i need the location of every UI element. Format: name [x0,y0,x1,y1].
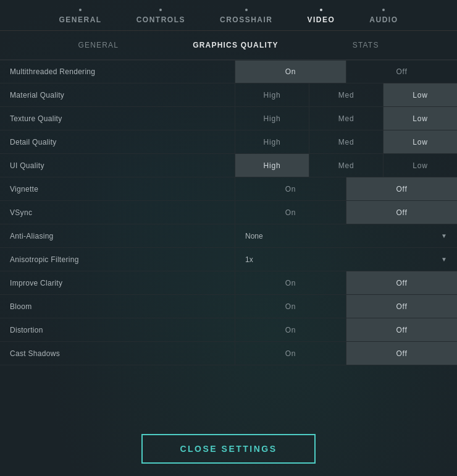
option-texture-quality-high[interactable]: High [235,107,309,130]
setting-options-bloom: OnOff [235,295,457,318]
nav-label-video: VIDEO [308,15,335,24]
option-distortion-off[interactable]: Off [346,318,457,341]
top-nav-item-crosshair[interactable]: CROSSHAIR [203,9,290,30]
sub-nav: GENERAL GRAPHICS QUALITY STATS [0,31,457,60]
setting-options-anti-aliasing: None▼ [235,224,457,247]
setting-options-improve-clarity: OnOff [235,271,457,294]
top-nav-item-controls[interactable]: CONTROLS [119,9,203,30]
dropdown-arrow-anisotropic-filtering: ▼ [441,256,447,263]
dropdown-anisotropic-filtering[interactable]: 1x▼ [235,248,457,271]
sub-nav-general[interactable]: GENERAL [41,37,156,53]
setting-options-cast-shadows: OnOff [235,342,457,365]
setting-label-distortion: Distortion [0,318,235,341]
option-vignette-off[interactable]: Off [346,177,457,200]
settings-row-cast-shadows: Cast ShadowsOnOff [0,342,457,365]
option-detail-quality-high[interactable]: High [235,130,309,153]
settings-row-ui-quality: UI QualityHighMedLow [0,154,457,177]
nav-dot-audio [382,9,385,11]
sub-nav-stats[interactable]: STATS [316,37,416,53]
option-detail-quality-low[interactable]: Low [383,130,457,153]
setting-label-vsync: VSync [0,201,235,224]
settings-row-anisotropic-filtering: Anisotropic Filtering1x▼ [0,248,457,271]
option-improve-clarity-off[interactable]: Off [346,271,457,294]
nav-label-general: GENERAL [59,15,101,24]
nav-dot-general [79,9,82,11]
setting-label-bloom: Bloom [0,295,235,318]
settings-table: Multithreaded RenderingOnOffMaterial Qua… [0,60,457,419]
dropdown-anti-aliasing[interactable]: None▼ [235,224,457,247]
settings-row-distortion: DistortionOnOff [0,318,457,342]
nav-label-crosshair: CROSSHAIR [220,15,273,24]
setting-label-cast-shadows: Cast Shadows [0,342,235,365]
option-detail-quality-med[interactable]: Med [309,130,383,153]
option-vignette-on[interactable]: On [235,177,346,200]
option-cast-shadows-off[interactable]: Off [346,342,457,365]
option-material-quality-low[interactable]: Low [383,83,457,106]
setting-label-anti-aliasing: Anti-Aliasing [0,224,235,247]
setting-options-anisotropic-filtering: 1x▼ [235,248,457,271]
option-material-quality-high[interactable]: High [235,83,309,106]
setting-options-vignette: OnOff [235,177,457,200]
close-btn-area: CLOSE SETTINGS [0,419,457,476]
nav-label-controls: CONTROLS [136,15,185,24]
settings-row-anti-aliasing: Anti-AliasingNone▼ [0,224,457,248]
option-cast-shadows-on[interactable]: On [235,342,346,365]
settings-row-bloom: BloomOnOff [0,295,457,318]
option-ui-quality-low[interactable]: Low [383,154,457,177]
setting-label-improve-clarity: Improve Clarity [0,271,235,294]
nav-dot-controls [159,9,162,11]
nav-dot-crosshair [245,9,248,11]
settings-row-vignette: VignetteOnOff [0,177,457,201]
settings-row-material-quality: Material QualityHighMedLow [0,83,457,107]
close-settings-button[interactable]: CLOSE SETTINGS [141,434,315,464]
setting-options-material-quality: HighMedLow [235,83,457,106]
option-bloom-on[interactable]: On [235,295,346,318]
dropdown-value-anti-aliasing: None [245,232,263,240]
option-texture-quality-low[interactable]: Low [383,107,457,130]
dropdown-value-anisotropic-filtering: 1x [245,255,253,264]
settings-row-detail-quality: Detail QualityHighMedLow [0,130,457,154]
settings-row-texture-quality: Texture QualityHighMedLow [0,107,457,130]
nav-dot-video [320,9,322,11]
dropdown-arrow-anti-aliasing: ▼ [441,232,447,239]
option-texture-quality-med[interactable]: Med [309,107,383,130]
setting-label-ui-quality: UI Quality [0,154,235,177]
setting-options-texture-quality: HighMedLow [235,107,457,130]
setting-label-detail-quality: Detail Quality [0,130,235,153]
top-nav-item-audio[interactable]: AUDIO [352,9,415,30]
setting-options-ui-quality: HighMedLow [235,154,457,177]
top-nav: GENERAL CONTROLS CROSSHAIR VIDEO AUDIO [0,0,457,31]
option-vsync-off[interactable]: Off [346,201,457,224]
nav-label-audio: AUDIO [369,15,398,24]
sub-nav-graphics[interactable]: GRAPHICS QUALITY [156,37,316,53]
setting-options-detail-quality: HighMedLow [235,130,457,153]
option-bloom-off[interactable]: Off [346,295,457,318]
option-multithreaded-rendering-off[interactable]: Off [346,61,457,83]
option-multithreaded-rendering-on[interactable]: On [235,61,346,83]
setting-label-texture-quality: Texture Quality [0,107,235,130]
setting-options-vsync: OnOff [235,201,457,224]
top-nav-item-video[interactable]: VIDEO [290,9,353,30]
settings-row-multithreaded-rendering: Multithreaded RenderingOnOff [0,60,457,83]
option-ui-quality-med[interactable]: Med [309,154,383,177]
setting-options-multithreaded-rendering: OnOff [235,61,457,83]
setting-label-vignette: Vignette [0,177,235,200]
option-vsync-on[interactable]: On [235,201,346,224]
option-ui-quality-high[interactable]: High [235,154,309,177]
option-improve-clarity-on[interactable]: On [235,271,346,294]
setting-label-anisotropic-filtering: Anisotropic Filtering [0,248,235,271]
setting-label-multithreaded-rendering: Multithreaded Rendering [0,61,235,83]
top-nav-item-general[interactable]: GENERAL [41,9,119,30]
settings-row-improve-clarity: Improve ClarityOnOff [0,271,457,295]
setting-options-distortion: OnOff [235,318,457,341]
settings-page: GENERAL CONTROLS CROSSHAIR VIDEO AUDIO G… [0,0,457,476]
settings-row-vsync: VSyncOnOff [0,201,457,224]
option-distortion-on[interactable]: On [235,318,346,341]
setting-label-material-quality: Material Quality [0,83,235,106]
option-material-quality-med[interactable]: Med [309,83,383,106]
